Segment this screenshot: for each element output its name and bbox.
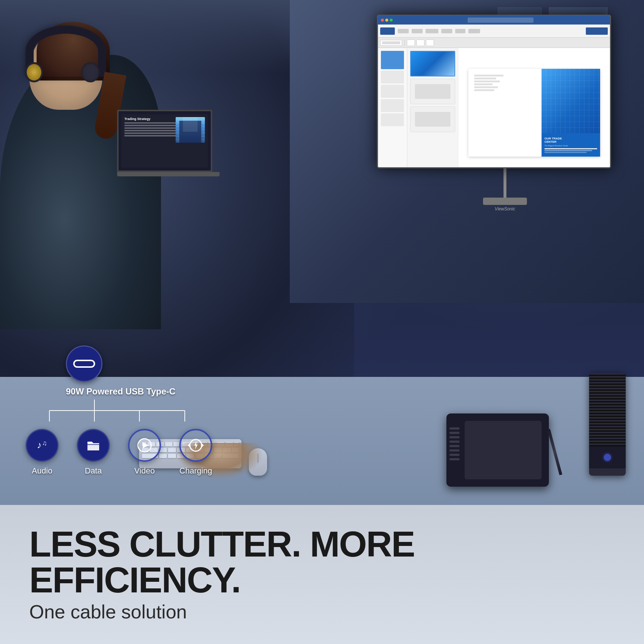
speaker (589, 373, 626, 476)
connector-lines (33, 400, 216, 429)
drawing-tablet (446, 413, 549, 487)
svg-marker-13 (188, 443, 190, 448)
usbc-diagram: 90W Powered USB Type-C (22, 345, 234, 476)
video-label: Video (134, 466, 155, 476)
bottom-section: LESS CLUTTER. MORE EFFICIENCY. One cable… (0, 505, 644, 644)
charging-icon (188, 437, 204, 453)
usbc-icon-svg (73, 358, 95, 369)
data-icon-circle (77, 429, 110, 462)
svg-text:♫: ♫ (42, 439, 47, 447)
feature-video: Video (128, 429, 161, 476)
feature-audio: ♪ ♫ Audio (26, 429, 59, 476)
feature-data: Data (77, 429, 110, 476)
video-icon-circle (128, 429, 161, 462)
sub-headline: One cable solution (29, 601, 615, 623)
svg-marker-12 (202, 443, 204, 448)
video-icon (136, 437, 153, 453)
audio-icon-circle: ♪ ♫ (26, 429, 59, 462)
charging-icon-circle (179, 429, 212, 462)
feature-charging: Charging (179, 429, 212, 476)
main-container: Trading Strategy (0, 0, 644, 644)
svg-text:♪: ♪ (37, 439, 42, 450)
main-headline: LESS CLUTTER. MORE EFFICIENCY. (29, 526, 615, 598)
data-label: Data (85, 466, 102, 476)
charging-label: Charging (179, 466, 212, 476)
laptop: Trading Strategy (117, 110, 234, 198)
photo-section: Trading Strategy (0, 0, 644, 505)
data-icon (85, 437, 101, 453)
audio-label: Audio (32, 466, 52, 476)
svg-marker-14 (194, 441, 198, 450)
usbc-icon (66, 345, 102, 382)
monitor-screen: OUR TRADECENTER The Biggest Business Cen… (377, 15, 611, 168)
svg-marker-11 (143, 442, 149, 448)
audio-icon: ♪ ♫ (34, 437, 50, 453)
svg-rect-0 (74, 360, 94, 367)
usbc-label: 90W Powered USB Type-C (66, 386, 176, 397)
monitor: OUR TRADECENTER The Biggest Business Cen… (377, 15, 633, 234)
feature-icons: ♪ ♫ Audio (26, 429, 234, 476)
monitor-brand: ViewSonic (377, 206, 633, 211)
